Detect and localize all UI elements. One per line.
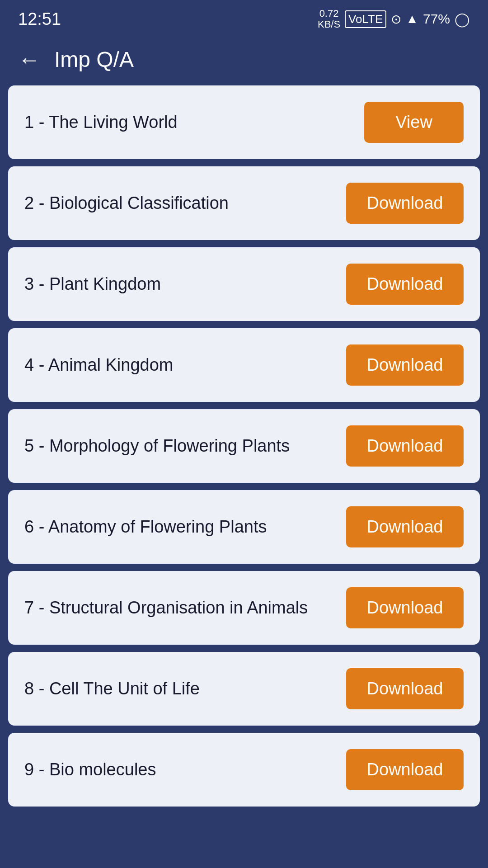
list-item: 7 - Structural Organisation in AnimalsDo… [8,571,480,645]
list-item: 5 - Morphology of Flowering PlantsDownlo… [8,409,480,483]
item-label: 1 - The Living World [24,111,364,133]
battery-icon: ◯ [455,11,470,27]
download-button[interactable]: Download [346,344,464,386]
list-item: 1 - The Living WorldView [8,85,480,159]
list-item: 3 - Plant KingdomDownload [8,247,480,321]
back-button[interactable]: ← [18,48,41,71]
download-button[interactable]: Download [346,749,464,790]
list-item: 2 - Biological ClassificationDownload [8,166,480,240]
download-button[interactable]: Download [346,425,464,467]
content-area: 1 - The Living WorldView2 - Biological C… [0,85,488,820]
list-item: 8 - Cell The Unit of LifeDownload [8,652,480,726]
battery-text: 77% [423,11,450,27]
item-label: 6 - Anatomy of Flowering Plants [24,516,346,538]
list-item: 9 - Bio moleculesDownload [8,733,480,807]
header: ← Imp Q/A [0,38,488,85]
network-speed: 0.72 KB/S [318,8,340,30]
status-bar: 12:51 0.72 KB/S VoLTE ⊙ ▲ 77% ◯ [0,0,488,38]
item-label: 7 - Structural Organisation in Animals [24,597,346,619]
item-label: 9 - Bio molecules [24,759,346,781]
view-button[interactable]: View [364,102,464,143]
wifi-icon: ⊙ [391,12,401,27]
item-label: 2 - Biological Classification [24,192,346,214]
page-title: Imp Q/A [54,47,134,72]
status-time: 12:51 [18,9,61,29]
list-item: 6 - Anatomy of Flowering PlantsDownload [8,490,480,564]
item-label: 8 - Cell The Unit of Life [24,678,346,700]
signal-icon: ▲ [406,12,418,26]
status-icons: 0.72 KB/S VoLTE ⊙ ▲ 77% ◯ [318,8,470,30]
download-button[interactable]: Download [346,264,464,305]
download-button[interactable]: Download [346,183,464,224]
volte-icon: VoLTE [345,10,386,28]
download-button[interactable]: Download [346,668,464,709]
download-button[interactable]: Download [346,506,464,547]
item-label: 5 - Morphology of Flowering Plants [24,435,346,457]
list-item: 4 - Animal KingdomDownload [8,328,480,402]
item-label: 3 - Plant Kingdom [24,273,346,295]
item-label: 4 - Animal Kingdom [24,354,346,376]
download-button[interactable]: Download [346,587,464,628]
